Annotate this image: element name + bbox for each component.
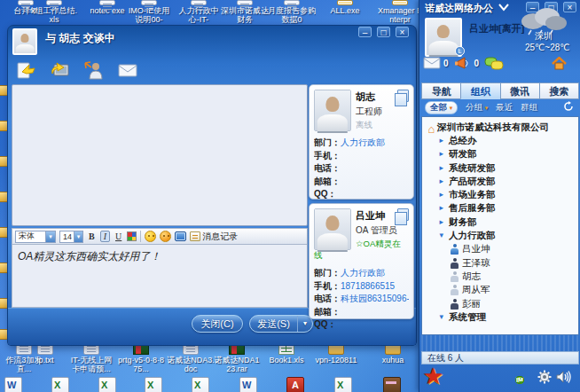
send-file-icon[interactable] (15, 59, 38, 81)
voice-invite-icon[interactable] (82, 59, 106, 81)
contact-field: QQ： (314, 188, 409, 201)
desktop-icon[interactable]: prtg·v5·0·8·875... (117, 342, 165, 373)
desktop-icon[interactable] (192, 377, 209, 392)
field-value[interactable]: 人力行政部 (341, 268, 385, 278)
filter-item[interactable]: 最近 (496, 102, 513, 114)
file-icon (141, 0, 157, 5)
desktop-icon[interactable] (4, 377, 22, 392)
panel-tab[interactable]: 导航 (421, 82, 460, 99)
panel-tab[interactable]: 微讯 (500, 82, 539, 99)
desktop-icon[interactable]: 深圳市诺威达财务 (221, 0, 269, 24)
maximize-button[interactable]: □ (377, 27, 390, 37)
close-button[interactable]: × (396, 27, 409, 37)
desktop-icon[interactable]: x组工作总结.xls (30, 0, 78, 24)
screen-capture-icon[interactable] (49, 59, 72, 81)
desktop-icon-label: xuhua (369, 356, 417, 365)
tree-item[interactable]: 系统管理 (422, 310, 578, 324)
desktop-icon-label: ALL.exe (321, 6, 369, 15)
panel-tab[interactable]: 组织 (460, 82, 499, 99)
message-history-area (12, 84, 308, 226)
field-value[interactable]: 科技园86315096-801 (341, 294, 409, 303)
contact-field: 手机：18718866515 (314, 280, 409, 294)
filter-item[interactable]: 全部 ▾ (425, 101, 458, 114)
message-input[interactable]: OA精灵这东西确实太好用了！ (12, 245, 308, 308)
tree-item-label: 人力行政部 (449, 230, 496, 242)
speaker-volume-icon[interactable] (556, 370, 572, 384)
tree-item[interactable]: 胡志 (422, 270, 578, 283)
italic-button[interactable]: I (100, 231, 110, 242)
desktop-icon[interactable]: notec exe (83, 0, 131, 15)
filter-item[interactable]: 分组 ▾ (466, 102, 488, 114)
tree-item[interactable]: 产品研发部 (422, 175, 578, 188)
underline-button[interactable]: U (114, 231, 123, 241)
file-icon (284, 0, 300, 5)
copy-profile-icon[interactable] (397, 90, 409, 102)
online-status-bar: 在线 6 人 (421, 351, 579, 365)
filter-item[interactable]: 群组 (521, 102, 537, 114)
chat-bubbles-icon[interactable] (484, 57, 504, 70)
copy-profile-icon[interactable] (397, 208, 409, 221)
tree-item[interactable]: 市场业务部 (422, 188, 578, 201)
desktop-icon[interactable] (334, 377, 352, 392)
tree-item[interactable]: 彭丽 (422, 297, 578, 310)
tree-item[interactable]: 人力行政部 (422, 229, 578, 242)
settings-gear-icon[interactable] (537, 370, 552, 384)
desktop-icon[interactable] (383, 377, 401, 392)
desktop-icon[interactable]: 诺威达NDA3.doc (167, 342, 215, 373)
desktop-icon[interactable] (51, 377, 69, 392)
tree-item[interactable]: 深圳市诺威达科技有限公司 (422, 121, 578, 134)
desktop-icon[interactable]: Xmanager Enterpr (376, 0, 424, 24)
resize-grip[interactable] (421, 335, 579, 351)
desktop-icon[interactable]: IT-无线上网卡申请预... (67, 342, 115, 373)
desktop-icon[interactable]: 人力行政中心-IT- (175, 0, 223, 24)
emoticon-icon[interactable] (145, 231, 156, 242)
chevron-down-icon: ▾ (485, 105, 489, 111)
home-icon[interactable] (552, 57, 567, 70)
font-family-select[interactable]: 宋体▾ (15, 231, 56, 243)
desktop-icon[interactable]: ALL.exe (321, 0, 369, 15)
panel-title: 诺威达网络办公 (425, 2, 493, 15)
chat-titlebar[interactable]: 与 胡志 交谈中 – □ × (8, 26, 416, 58)
tree-item[interactable]: 售后服务部 (422, 202, 578, 216)
desktop-icon[interactable]: IMO-IE使用说明00- (125, 0, 173, 24)
desktop-icon-label: 人力行政中心-IT- (175, 6, 223, 24)
broadcast-icon[interactable] (454, 57, 472, 70)
node-icon (437, 163, 445, 174)
bold-button[interactable]: B (87, 231, 97, 241)
minimize-button[interactable]: – (358, 27, 372, 37)
desktop-icon-label: notec exe (83, 6, 131, 15)
tree-item[interactable]: 周从军 (422, 284, 578, 297)
tree-item[interactable]: 王泽琼 (422, 256, 578, 270)
mail-icon[interactable] (116, 59, 139, 81)
desktop-icon[interactable] (239, 377, 257, 392)
refresh-icon[interactable] (563, 101, 574, 112)
tree-item[interactable]: 总经办 (422, 134, 578, 147)
panel-tab[interactable]: 搜索 (539, 82, 579, 99)
message-history-button[interactable]: 消息记录 (190, 231, 238, 243)
tree-item[interactable]: 研发部 (422, 148, 578, 161)
tree-item-label: 市场业务部 (449, 189, 496, 201)
tree-item[interactable]: 吕业坤 (422, 243, 578, 256)
tree-item[interactable]: 系统研发部 (422, 161, 578, 175)
screenshot-icon[interactable] (175, 231, 186, 241)
desktop-icon[interactable] (145, 377, 162, 392)
desktop-icon[interactable] (98, 377, 116, 392)
desktop-icon[interactable]: 诺威达NDA123.rar (213, 342, 261, 373)
desktop-icon[interactable]: 月度报告参购数据0 (268, 0, 316, 24)
file-icon (237, 0, 253, 5)
tree-item[interactable]: 财务部 (422, 216, 578, 229)
desktop-icon-label: x组工作总结.xls (30, 6, 78, 24)
desktop-icon-label: Book1.xls (263, 356, 310, 365)
field-value[interactable]: 18718866515 (341, 281, 395, 291)
desktop-icon[interactable] (286, 377, 304, 392)
tree-item-label: 周从军 (462, 284, 490, 296)
field-value[interactable]: 人力行政部 (341, 137, 385, 147)
mailbox-icon[interactable] (423, 57, 441, 69)
emoticon-alt-icon[interactable] (160, 231, 171, 242)
font-color-icon[interactable] (127, 231, 137, 241)
send-button[interactable]: 发送(S) (250, 316, 297, 332)
font-size-select[interactable]: 14▾ (59, 231, 83, 243)
im-messenger-icon[interactable]: IM (515, 376, 524, 384)
weather-temperature: 25℃~28℃ (525, 43, 570, 52)
close-chat-button[interactable]: 关闭(C) (192, 315, 243, 333)
